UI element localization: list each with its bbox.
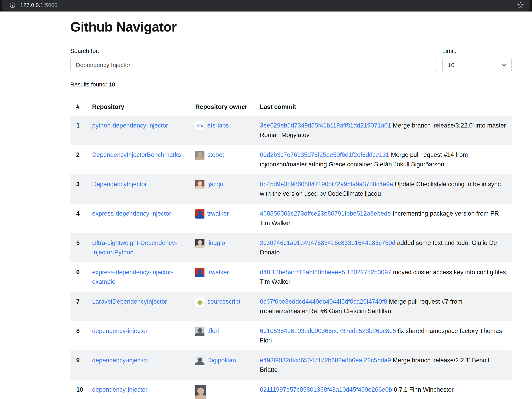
repo-link[interactable]: DependencyInjector [92,181,147,188]
table-row: 2 DependencyInjectorBenchmarks stebet 00… [70,145,512,174]
url-port: :5000 [44,2,57,8]
avatar-glyph [195,239,204,248]
owner-link[interactable]: Digipolitan [207,357,236,364]
bookmark-star-icon[interactable] [517,1,525,9]
table-row: 5 Ultra-Lightweight-Dependency-Injector-… [70,233,512,262]
table-row: 8 dependency-injector tflori 69105384b61… [70,321,512,350]
search-label: Search for: [70,48,436,54]
column-header-last-commit: Last commit [260,95,512,116]
row-number: 2 [70,145,92,174]
avatar-glyph [195,356,204,365]
browser-toolbar: 127.0.0.1:5000 [0,0,532,12]
commit-hash-link[interactable]: 3ee629eb5d7349d55f41b119aff81dd219071a01 [260,122,391,129]
info-icon[interactable] [9,2,16,8]
table-row: 9 dependency-injector Digipolitan e493f9… [70,350,512,380]
row-number: 1 [70,116,92,145]
table-row: 6 express-dependency-injector-example tr… [70,262,512,292]
url-host: 127.0.0.1 [20,2,44,8]
commit-hash-link[interactable]: 468856003c273dffce23b86791fbbe512a8ebede [260,210,391,217]
row-number: 10 [70,380,92,399]
repo-link[interactable]: dependency-injector [92,327,147,334]
commit-message: 0.7.1 Finn Winchester [394,386,454,393]
owner-link[interactable]: trwalker [207,210,229,217]
repo-link[interactable]: express-dependency-injector [92,210,171,217]
table-body: 1 python-dependency-injector ETSets-labs… [70,116,512,399]
repo-link[interactable]: DependencyInjectorBenchmarks [92,151,181,158]
avatar-glyph [195,268,204,277]
owner-avatar [195,239,204,248]
row-number: 4 [70,204,92,233]
table-row: 10 dependency-injector FinnWinchester 02… [70,380,512,399]
row-number: 3 [70,174,92,204]
repos-table: # Repository Repository owner Last commi… [70,95,512,399]
column-header-repository-owner: Repository owner [195,95,260,116]
avatar-glyph [195,327,204,336]
commit-hash-link[interactable]: d48f13be8ac712abf80bbeeee5f120227d253097 [260,269,391,276]
column-header-repository: Repository [92,95,195,116]
owner-link[interactable]: ljacqu [207,181,223,188]
row-number: 7 [70,292,92,321]
search-form: Search for: Limit: 10 [70,48,512,72]
owner-link[interactable]: liuggio [207,239,225,246]
chevron-down-icon [501,62,507,68]
column-header-number: # [70,95,92,116]
owner-avatar: ETS [195,121,204,130]
owner-link[interactable]: trwalker [207,269,229,276]
limit-select-value: 10 [448,62,454,68]
row-number: 8 [70,321,92,350]
owner-avatar [195,151,204,160]
page-title: Github Navigator [70,19,512,35]
repo-link[interactable]: LaravelDependencyInjector [92,298,167,305]
commit-hash-link[interactable]: bb45d9e3b98608047190bf72a95fa9a37d8c4e9e [260,181,393,188]
limit-select[interactable]: 10 [442,58,512,72]
commit-hash-link[interactable]: e493f9032dfcd65047172b682e8b6eaf22c5bda9 [260,357,391,364]
table-row: 3 DependencyInjector ljacqu bb45d9e3b986… [70,174,512,204]
row-number: 9 [70,350,92,380]
commit-hash-link[interactable]: 00d2b3c7e76935d76f25ee50f6d1f2ef6ddce131 [260,151,389,158]
owner-link[interactable]: tflori [207,327,219,334]
owner-avatar [195,209,204,219]
owner-avatar [195,180,204,189]
url-text: 127.0.0.1:5000 [20,2,57,8]
owner-avatar: ◆ [195,297,204,307]
owner-avatar [195,268,204,277]
table-row: 7 LaravelDependencyInjector ◆sourcescrip… [70,292,512,321]
row-number: 6 [70,262,92,292]
url-bar[interactable]: 127.0.0.1:5000 [2,0,530,11]
page-content: Github Navigator Search for: Limit: 10 R… [70,19,512,399]
row-number: 5 [70,233,92,262]
results-count: Results found: 10 [70,81,512,88]
owner-avatar [195,385,206,399]
avatar-glyph: ◆ [195,297,204,307]
avatar-glyph [195,385,206,399]
avatar-glyph: ETS [195,121,204,130]
avatar-glyph [195,180,204,189]
table-row: 4 express-dependency-injector trwalker 4… [70,204,512,233]
repo-link[interactable]: dependency-injector [92,357,147,364]
table-row: 1 python-dependency-injector ETSets-labs… [70,116,512,145]
repo-link[interactable]: Ultra-Lightweight-Dependency-Injector-Py… [92,239,177,256]
commit-hash-link[interactable]: 69105384b61032d000365ee737cd2523b260c8e5 [260,327,396,334]
repo-link[interactable]: express-dependency-injector-example [92,269,173,285]
avatar-glyph [195,209,204,219]
owner-link[interactable]: sourcescript [207,298,241,305]
repo-link[interactable]: python-dependency-injector [92,122,168,129]
owner-avatar [195,356,204,365]
table-header-row: # Repository Repository owner Last commi… [70,95,512,116]
avatar-glyph [195,151,204,160]
search-input[interactable] [70,58,436,72]
commit-hash-link[interactable]: 2c30746c1a91b4947583416c833b1644a85c759d [260,239,395,246]
commit-hash-link[interactable]: 02111997e57c85801368f43a10d45f409e266e0b [260,386,392,393]
owner-link[interactable]: stebet [207,151,224,158]
commit-hash-link[interactable]: 0c67f6be8eddcd4449eb4044f5df0ca26f4740f8 [260,298,387,305]
limit-label: Limit: [442,48,512,54]
owner-avatar [195,327,204,336]
owner-link[interactable]: ets-labs [207,122,229,129]
repo-link[interactable]: dependency-injector [92,386,147,393]
